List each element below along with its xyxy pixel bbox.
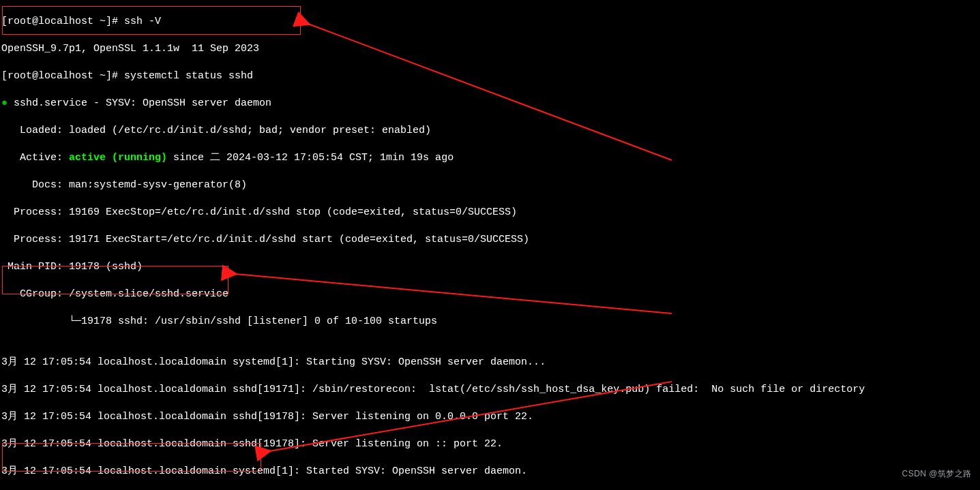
terminal-line: ● sshd.service - SYSV: OpenSSH server da… <box>1 97 979 110</box>
terminal-output: [root@localhost ~]# ssh -V OpenSSH_9.7p1… <box>0 0 980 490</box>
terminal-line: Docs: man:systemd-sysv-generator(8) <box>1 179 979 192</box>
terminal-line: [root@localhost ~]# systemctl status ssh… <box>1 70 979 83</box>
terminal-line: Main PID: 19178 (sshd) <box>1 260 979 274</box>
terminal-line: Loaded: loaded (/etc/rc.d/init.d/sshd; b… <box>1 124 979 138</box>
active-status: active (running) <box>69 152 167 164</box>
terminal-line: Process: 19171 ExecStart=/etc/rc.d/init.… <box>1 233 979 247</box>
terminal-line: 3月 12 17:05:54 localhost.localdomain ssh… <box>1 438 979 451</box>
terminal-line: 3月 12 17:05:54 localhost.localdomain sys… <box>1 356 979 369</box>
terminal-line: Active: active (running) since 二 2024-03… <box>1 151 979 165</box>
terminal-line: 3月 12 17:05:54 localhost.localdomain ssh… <box>1 410 979 424</box>
service-desc: sshd.service - SYSV: OpenSSH server daem… <box>8 97 271 109</box>
terminal-line: CGroup: /system.slice/sshd.service <box>1 288 979 301</box>
terminal-line: 3月 12 17:05:54 localhost.localdomain ssh… <box>1 383 979 397</box>
watermark: CSDN @筑梦之路 <box>902 467 972 480</box>
terminal-line: OpenSSH_9.7p1, OpenSSL 1.1.1w 11 Sep 202… <box>1 42 979 56</box>
terminal-line: Process: 19169 ExecStop=/etc/rc.d/init.d… <box>1 206 979 219</box>
status-dot-icon: ● <box>1 97 8 109</box>
terminal-line: [root@localhost ~]# ssh -V <box>1 15 979 29</box>
terminal-line: └─19178 sshd: /usr/sbin/sshd [listener] … <box>1 315 979 328</box>
terminal-line: 3月 12 17:05:54 localhost.localdomain sys… <box>1 465 979 478</box>
